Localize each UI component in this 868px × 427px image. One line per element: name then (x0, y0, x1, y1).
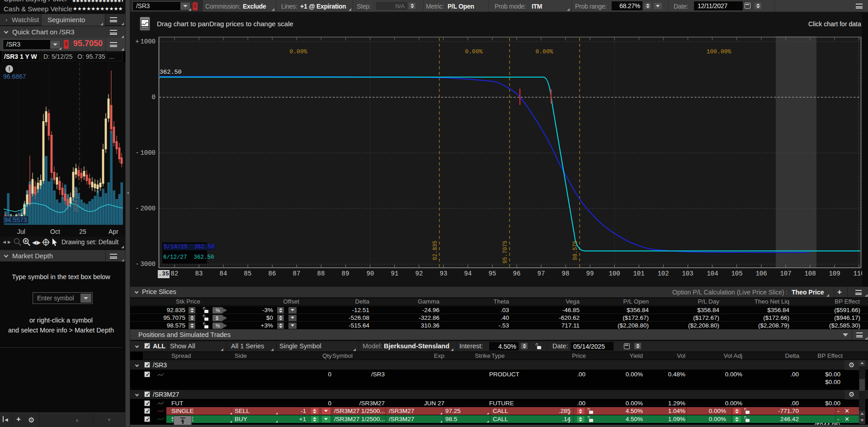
svg-text:2024 year: 2024 year (73, 188, 79, 212)
